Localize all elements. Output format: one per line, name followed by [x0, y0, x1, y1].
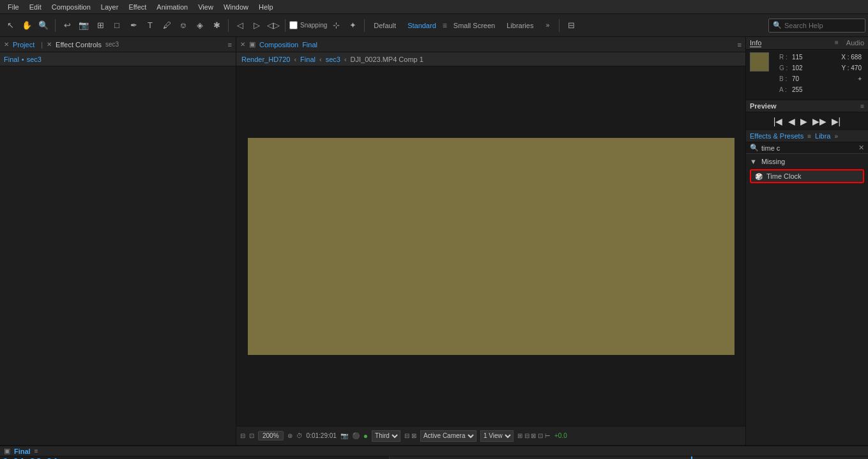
comp-close-btn[interactable]: ✕ — [240, 41, 245, 48]
info-section: R : 115 X : 688 G : 102 Y : 470 B : 70 + — [746, 50, 868, 100]
breadcrumb-final[interactable]: Final — [4, 56, 19, 63]
tab-audio[interactable]: Audio — [846, 39, 864, 47]
info-menu-icon[interactable]: ≡ — [835, 39, 839, 47]
crumb-sec3[interactable]: sec3 — [326, 56, 340, 63]
prev-last-btn[interactable]: ▶| — [832, 116, 841, 126]
menu-file[interactable]: File — [3, 2, 24, 12]
menu-view[interactable]: View — [193, 2, 218, 12]
footer-render-icon: ⊟ — [240, 432, 245, 439]
right-tabs: Info ≡ Audio — [746, 37, 868, 50]
effects-search: 🔍 ✕ — [746, 142, 868, 154]
effects-expand-icon[interactable]: » — [834, 133, 838, 140]
tab-composition[interactable]: Composition — [259, 41, 298, 49]
footer-time-icon: ⏱ — [296, 432, 303, 439]
effects-clear-btn[interactable]: ✕ — [858, 144, 864, 152]
timecode-group: 0:01:29:01 00137 (23.976 fps) — [3, 457, 60, 460]
tool-clone[interactable]: ⎊ — [176, 18, 191, 33]
tab-effect-controls[interactable]: Effect Controls — [56, 41, 102, 49]
workspace-expand[interactable]: » — [540, 18, 555, 33]
search-input[interactable] — [784, 22, 861, 29]
tool-capture[interactable]: 📷 — [76, 18, 91, 33]
tab-effects-presets[interactable]: Effects & Presets — [750, 132, 803, 140]
tool-hand[interactable]: ✋ — [19, 18, 34, 33]
view-select[interactable]: Third — [372, 430, 400, 442]
panel-menu-icon[interactable]: ≡ — [228, 41, 232, 49]
workspace-menu-icon[interactable]: ≡ — [443, 21, 447, 30]
info-r-row: R : 115 X : 688 — [775, 52, 865, 63]
tool-rect[interactable]: □ — [109, 18, 125, 33]
timeline-icon: ▣ — [4, 447, 10, 455]
effects-menu-icon[interactable]: ≡ — [807, 133, 811, 140]
tool-extra3[interactable]: ◁▷ — [266, 18, 281, 33]
tool-snap2[interactable]: ✦ — [345, 18, 360, 33]
project-close-btn[interactable]: ✕ — [4, 41, 9, 48]
toolbar: ↖ ✋ 🔍 ↩ 📷 ⊞ □ ✒ T 🖊 ⎊ ◈ ✱ ◁ ▷ ◁▷ Snappin… — [0, 14, 868, 37]
search-container: 🔍 — [768, 19, 865, 33]
comp-name[interactable]: Final — [302, 41, 317, 49]
tool-pen[interactable]: ✒ — [126, 18, 141, 33]
coord-y: Y : 470 — [841, 64, 862, 71]
prev-back-btn[interactable]: ◀ — [788, 116, 795, 126]
track-ruler: 00:00s00:15s00:30s00:45s01:00s01:15s01:3… — [390, 456, 868, 459]
tab-info[interactable]: Info — [750, 39, 761, 47]
workspace-default[interactable]: Default — [369, 20, 401, 31]
tool-zoom[interactable]: 🔍 — [36, 18, 51, 33]
effects-item-label: Time Clock — [766, 172, 802, 180]
prev-play-btn[interactable]: ▶ — [800, 116, 807, 126]
effect-controls-close[interactable]: ✕ — [47, 41, 52, 48]
effects-section: Effects & Presets ≡ Libra » 🔍 ✕ ▼ Missin… — [746, 130, 868, 445]
menu-animation[interactable]: Animation — [151, 2, 193, 12]
workspace-standard[interactable]: Standard — [402, 20, 441, 31]
preview-header: Preview ≡ — [746, 100, 868, 112]
views-select[interactable]: 1 View — [480, 430, 514, 442]
tool-eraser[interactable]: ◈ — [192, 18, 208, 33]
preview-controls: |◀ ◀ ▶ ▶▶ ▶| — [746, 112, 868, 130]
tool-extra1[interactable]: ◁ — [232, 18, 248, 33]
breadcrumb-sep: • — [22, 56, 24, 63]
timeline-menu-icon[interactable]: ≡ — [34, 448, 38, 455]
menu-layer[interactable]: Layer — [96, 2, 124, 12]
comp-view[interactable] — [236, 66, 745, 426]
preview-menu-icon[interactable]: ≡ — [860, 103, 864, 110]
tab-project[interactable]: Project — [13, 41, 34, 49]
menu-effect[interactable]: Effect — [123, 2, 151, 12]
menu-composition[interactable]: Composition — [47, 2, 96, 12]
effects-group-label: Missing — [761, 158, 785, 165]
camera-select[interactable]: Active Camera — [420, 430, 476, 442]
comp-canvas — [248, 138, 735, 355]
workspace-libraries[interactable]: Libraries — [501, 20, 538, 31]
left-panel-header: ✕ Project | ✕ Effect Controls sec3 ≡ — [0, 37, 236, 52]
tool-undo[interactable]: ↩ — [59, 18, 75, 33]
snapping-checkbox[interactable] — [289, 21, 298, 29]
workspace-small[interactable]: Small Screen — [448, 20, 500, 31]
timecode-display: 0:01:29:01 — [307, 432, 337, 439]
menu-help[interactable]: Help — [254, 2, 278, 12]
tool-select[interactable]: ↖ — [3, 18, 18, 33]
tool-text[interactable]: T — [142, 18, 158, 33]
footer-green-dot: ● — [363, 432, 368, 440]
tab-libraries[interactable]: Libra — [815, 132, 830, 140]
menu-edit[interactable]: Edit — [24, 2, 47, 12]
timecode-main[interactable]: 0:01:29:01 — [3, 457, 60, 460]
effects-item-timeclock[interactable]: 🎲 Time Clock — [750, 169, 864, 183]
crumb-final[interactable]: Final — [300, 56, 316, 63]
playhead-ruler — [691, 456, 692, 459]
prev-first-btn[interactable]: |◀ — [773, 116, 783, 126]
footer-green-value: +0.0 — [554, 432, 567, 439]
zoom-select[interactable]: 200% — [258, 431, 284, 440]
menu-window[interactable]: Window — [218, 2, 254, 12]
tool-snap1[interactable]: ⊹ — [328, 18, 344, 33]
value-b: 70 — [792, 75, 799, 82]
info-a-row: A : 255 — [775, 84, 865, 95]
menubar: File Edit Composition Layer Effect Anima… — [0, 0, 868, 14]
prev-fwd-btn[interactable]: ▶▶ — [812, 116, 826, 126]
tool-display[interactable]: ⊟ — [563, 18, 579, 33]
label-r: R : — [779, 54, 789, 61]
tool-grid[interactable]: ⊞ — [93, 18, 108, 33]
effects-search-input[interactable] — [761, 144, 856, 152]
comp-menu-icon[interactable]: ≡ — [738, 41, 742, 49]
tool-extra2[interactable]: ▷ — [249, 18, 264, 33]
crumb-render[interactable]: Render_HD720 — [241, 56, 290, 63]
tool-brush[interactable]: 🖊 — [159, 18, 174, 33]
tool-puppet[interactable]: ✱ — [209, 18, 224, 33]
